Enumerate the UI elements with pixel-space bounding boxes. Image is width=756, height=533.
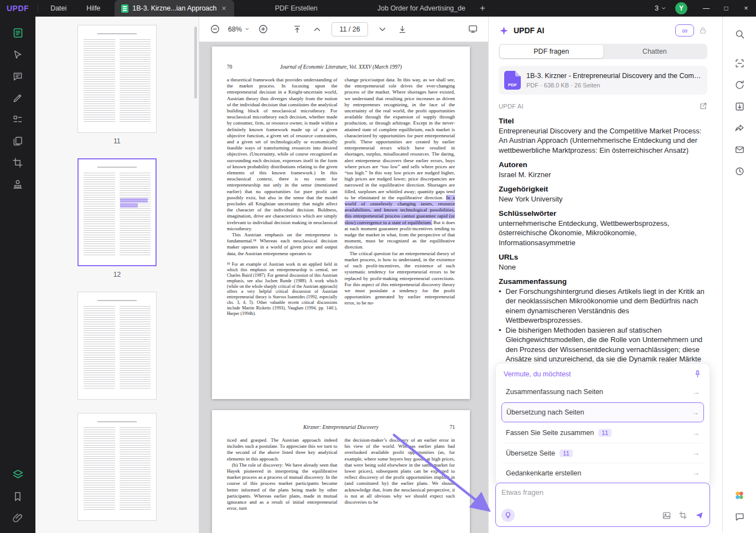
first-page-button[interactable]	[289, 22, 305, 37]
updf-app-window: UPDF Datei Hilfe 1B-3. Kirzne...ian Appr…	[0, 0, 756, 533]
close-window-button[interactable]: ×	[736, 0, 756, 17]
document-tab-active[interactable]: 1B-3. Kirzne...ian Approach ×	[115, 0, 234, 17]
avatar[interactable]: Y	[675, 2, 687, 14]
sparkle-icon	[499, 25, 509, 36]
page-indicator[interactable]: 11 / 26	[332, 22, 368, 37]
paragraph: This Austrian emphasis on the entreprene…	[227, 232, 338, 257]
comment-tool-button[interactable]	[7, 65, 29, 87]
open-documents-dropdown[interactable]: 3	[655, 4, 666, 12]
suggestion-label: Zusammenfassung nach Seiten	[506, 388, 603, 396]
organize-pages-button[interactable]	[7, 130, 29, 152]
suggestion-translation-by-pages[interactable]: Übersetzung nach Seiten →	[501, 402, 704, 422]
new-tab-button[interactable]: +	[472, 3, 493, 14]
ask-input[interactable]	[501, 488, 704, 496]
pin-button[interactable]	[693, 370, 702, 378]
comment-icon	[12, 71, 23, 82]
form-icon	[12, 114, 23, 125]
ocr-button[interactable]	[728, 53, 750, 74]
document-tab-title: 1B-3. Kirzne...ian Approach	[132, 4, 216, 12]
section-text: New York University	[499, 194, 707, 204]
thumbnail-preview	[84, 39, 151, 122]
attachments-panel-button[interactable]	[7, 507, 29, 529]
previous-page-button[interactable]	[309, 22, 325, 37]
minimize-button[interactable]: —	[696, 0, 716, 17]
suggestion-summarize-page[interactable]: Fassen Sie Seite zusammen 11 →	[503, 423, 703, 443]
screenshot-icon[interactable]	[679, 511, 687, 520]
section-heading: URLs	[499, 252, 707, 262]
feedback-button[interactable]	[728, 506, 750, 527]
share-button[interactable]	[728, 117, 750, 139]
last-page-button[interactable]	[395, 22, 410, 37]
ai-tab-bar: PDF fragen Chatten	[499, 44, 707, 59]
select-tool-button[interactable]	[7, 44, 29, 65]
search-icon	[734, 29, 745, 39]
suggestion-mind-map[interactable]: Gedankenkarte erstellen →	[503, 463, 703, 483]
compress-button[interactable]	[728, 96, 750, 117]
lock-button[interactable]	[698, 26, 707, 35]
search-button[interactable]	[728, 23, 750, 45]
thumbnail-preview	[97, 300, 136, 301]
zoom-level-dropdown[interactable]: 68%	[227, 25, 251, 33]
app-logo: UPDF	[0, 4, 38, 13]
presentation-mode-button[interactable]	[465, 22, 480, 37]
history-button[interactable]	[728, 161, 750, 182]
reader-mode-button[interactable]	[7, 22, 29, 44]
tab-chatten[interactable]: Chatten	[603, 45, 707, 58]
open-external-button[interactable]	[699, 102, 707, 110]
thumbnail-page-14[interactable]	[77, 413, 157, 521]
close-tab-icon[interactable]: ×	[221, 4, 227, 12]
document-canvas[interactable]: 70 Journal of Economic Literature, Vol. …	[199, 42, 488, 533]
thumbnail-page-11[interactable]	[77, 25, 157, 133]
file-card[interactable]: PDF 1B-3. Kirzner - Entrepreneurial Disc…	[499, 66, 707, 95]
page-badge: 11	[598, 429, 612, 437]
section-heading: Titel	[499, 116, 707, 126]
layers-panel-button[interactable]	[7, 464, 29, 485]
thumbnail-scrollbar[interactable]	[194, 27, 197, 99]
running-head: Journal of Economic Literature, Vol. XXX…	[244, 64, 438, 70]
menu-hilfe[interactable]: Hilfe	[76, 0, 110, 17]
thumbnail-page-13[interactable]	[77, 292, 157, 400]
zoom-out-button[interactable]	[207, 22, 222, 37]
unlimited-toggle[interactable]: ∞	[675, 24, 694, 37]
topbar: UPDF Datei Hilfe 1B-3. Kirzne...ian Appr…	[0, 0, 756, 17]
convert-button[interactable]	[728, 74, 750, 96]
ai-panel: UPDF AI ∞ PDF fragen Chatten PDF 1B-3. K…	[488, 17, 722, 533]
form-tool-button[interactable]	[7, 108, 29, 130]
page-number: 71	[438, 425, 455, 430]
mail-button[interactable]	[728, 139, 750, 161]
section-heading: Autoren	[499, 160, 707, 170]
document-tab-pdf-erstellen[interactable]: PDF Erstellen	[268, 0, 324, 17]
suggestion-translate-page[interactable]: Übersetze Seite 11 →	[503, 443, 703, 463]
right-column: the decision-maker’s discovery of an ear…	[345, 437, 455, 533]
pdf-file-icon: PDF	[504, 71, 521, 90]
next-page-button[interactable]	[375, 22, 390, 37]
integrations-button[interactable]	[728, 484, 750, 506]
file-meta: PDF · 638.0 KB · 26 Seiten	[526, 82, 702, 89]
arrow-right-icon: →	[692, 469, 700, 477]
stamp-tool-button[interactable]	[7, 173, 29, 195]
menu-datei[interactable]: Datei	[40, 0, 76, 17]
maximize-button[interactable]: □	[716, 0, 736, 17]
bookmark-panel-button[interactable]	[7, 485, 29, 507]
zoom-out-icon	[210, 24, 220, 34]
lock-icon	[698, 26, 707, 35]
section-heading: Zusammenfassung	[499, 277, 707, 287]
pdf-page-71: Kirzner: Entrepreneurial Discovery 71 ti…	[212, 410, 470, 533]
tab-pdf-fragen[interactable]: PDF fragen	[500, 45, 603, 58]
document-tab-job-order[interactable]: Job Order for Advertising_de	[371, 0, 472, 17]
thumbnail-page-12[interactable]	[77, 158, 157, 266]
image-attach-icon[interactable]	[662, 511, 671, 520]
document-icon	[121, 4, 128, 13]
zoom-in-button[interactable]	[255, 22, 271, 37]
edit-tool-button[interactable]	[7, 87, 29, 108]
suggestions-toggle-button[interactable]	[501, 509, 515, 522]
left-tool-rail	[0, 17, 35, 533]
running-head: Kirzner: Entrepreneurial Discovery	[244, 425, 438, 430]
thumbnail-preview	[97, 167, 136, 168]
crop-tool-button[interactable]	[7, 152, 29, 173]
cursor-icon	[12, 49, 23, 60]
external-link-icon	[699, 102, 707, 110]
suggestion-summary-by-pages[interactable]: Zusammenfassung nach Seiten →	[503, 382, 703, 402]
suggestion-label: Gedankenkarte erstellen	[506, 469, 581, 477]
send-button[interactable]	[695, 511, 704, 520]
